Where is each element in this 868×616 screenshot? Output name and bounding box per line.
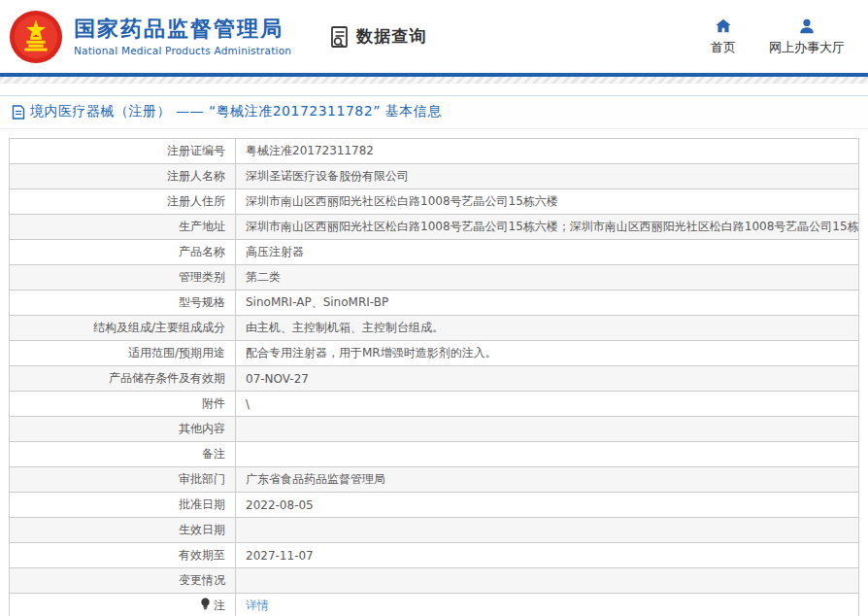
row-label: 有效期至 — [10, 543, 236, 568]
nav-home[interactable]: 首页 — [711, 17, 736, 56]
breadcrumb-text: 境内医疗器械（注册） —— “粤械注准20172311782” 基本信息 — [30, 103, 442, 120]
row-label-text: 变更情况 — [179, 573, 225, 587]
site-header: 国家药品监督管理局 National Medical Products Admi… — [0, 0, 868, 73]
details-link[interactable]: 详情 — [246, 599, 269, 612]
row-label-text: 生效日期 — [179, 523, 225, 536]
row-label: 生效日期 — [10, 518, 236, 543]
table-row: 注册人名称深圳圣诺医疗设备股份有限公司 — [10, 164, 859, 189]
row-value: 深圳市南山区西丽阳光社区松白路1008号艺晶公司15栋六楼 — [236, 189, 859, 215]
row-label: 审批部门 — [10, 467, 236, 493]
row-label-text: 注册人名称 — [167, 169, 225, 183]
table-row: 审批部门广东省食品药品监督管理局 — [10, 467, 859, 493]
breadcrumb: 境内医疗器械（注册） —— “粤械注准20172311782” 基本信息 — [0, 95, 868, 129]
row-label-text: 注册人住所 — [167, 194, 225, 208]
row-value: 第二类 — [236, 265, 859, 291]
row-value — [236, 518, 859, 543]
row-label: 注册证编号 — [10, 139, 236, 164]
row-label-text: 生产地址 — [179, 220, 225, 233]
row-label-text: 备注 — [202, 447, 225, 461]
row-label: 适用范围/预期用途 — [10, 341, 236, 366]
row-label-text: 适用范围/预期用途 — [128, 346, 225, 359]
home-icon — [715, 17, 732, 35]
row-label: 注 — [10, 594, 236, 616]
user-icon — [798, 17, 816, 35]
row-value: \ — [236, 392, 859, 417]
row-label-text: 注 — [214, 599, 225, 612]
table-row: 产品名称高压注射器 — [10, 240, 859, 265]
row-value: 2027-11-07 — [236, 543, 859, 568]
row-value: 2022-08-05 — [236, 493, 859, 518]
table-row: 结构及组成/主要组成成分由主机、主控制机箱、主控制台组成。 — [10, 316, 859, 341]
row-label-text: 批准日期 — [179, 497, 225, 511]
row-label: 产品名称 — [10, 240, 236, 265]
table-row: 注详情 — [10, 594, 859, 616]
document-icon — [12, 105, 25, 120]
row-value: 深圳市南山区西丽阳光社区松白路1008号艺晶公司15栋六楼；深圳市南山区西丽阳光… — [236, 215, 859, 240]
row-label-text: 型号规格 — [179, 295, 225, 309]
info-table-body: 注册证编号粤械注准20172311782注册人名称深圳圣诺医疗设备股份有限公司注… — [10, 139, 859, 616]
row-value: SinoMRI-AP、SinoMRI-BP — [236, 291, 859, 316]
table-row: 注册人住所深圳市南山区西丽阳光社区松白路1008号艺晶公司15栋六楼 — [10, 189, 859, 215]
table-row: 变更情况 — [10, 568, 859, 594]
table-row: 生产地址深圳市南山区西丽阳光社区松白路1008号艺晶公司15栋六楼；深圳市南山区… — [10, 215, 859, 240]
row-value — [236, 442, 859, 467]
row-label: 产品储存条件及有效期 — [10, 366, 236, 392]
bulb-icon — [200, 598, 211, 613]
row-label-text: 其他内容 — [179, 422, 225, 435]
row-label: 注册人住所 — [10, 189, 236, 215]
nav-home-label: 首页 — [711, 39, 736, 56]
row-label: 备注 — [10, 442, 236, 467]
row-value — [236, 568, 859, 594]
row-value: 由主机、主控制机箱、主控制台组成。 — [236, 316, 859, 341]
row-value: 配合专用注射器，用于MR增强时造影剂的注入。 — [236, 341, 859, 366]
row-label: 批准日期 — [10, 493, 236, 518]
table-row: 注册证编号粤械注准20172311782 — [10, 139, 859, 164]
row-label-text: 有效期至 — [179, 548, 225, 562]
table-row: 生效日期 — [10, 518, 859, 543]
data-query-link[interactable]: 数据查询 — [328, 25, 426, 49]
table-row: 管理类别第二类 — [10, 265, 859, 291]
row-label-text: 产品储存条件及有效期 — [109, 371, 225, 385]
row-label: 附件 — [10, 392, 236, 417]
data-query-icon — [328, 25, 351, 49]
national-emblem-logo — [8, 9, 64, 65]
table-row: 附件\ — [10, 392, 859, 417]
table-row: 批准日期2022-08-05 — [10, 493, 859, 518]
table-row: 型号规格SinoMRI-AP、SinoMRI-BP — [10, 291, 859, 316]
info-table: 注册证编号粤械注准20172311782注册人名称深圳圣诺医疗设备股份有限公司注… — [9, 138, 859, 616]
row-value: 广东省食品药品监督管理局 — [236, 467, 859, 493]
org-name-en: National Medical Products Administration — [74, 45, 291, 56]
nav-service-hall-label: 网上办事大厅 — [769, 39, 845, 56]
row-value: 深圳圣诺医疗设备股份有限公司 — [236, 164, 859, 189]
row-label: 变更情况 — [10, 568, 236, 594]
row-value — [236, 417, 859, 442]
row-label-text: 产品名称 — [179, 245, 225, 258]
row-label: 结构及组成/主要组成成分 — [10, 316, 236, 341]
row-label: 生产地址 — [10, 215, 236, 240]
brand-text: 国家药品监督管理局 National Medical Products Admi… — [74, 17, 291, 55]
row-label: 注册人名称 — [10, 164, 236, 189]
row-label: 其他内容 — [10, 417, 236, 442]
top-nav: 首页 网上办事大厅 — [711, 17, 845, 56]
org-name-cn: 国家药品监督管理局 — [74, 17, 291, 42]
row-label: 型号规格 — [10, 291, 236, 316]
row-value: 07-NOV-27 — [236, 366, 859, 392]
row-label-text: 管理类别 — [179, 270, 225, 284]
row-label-text: 结构及组成/主要组成成分 — [93, 321, 225, 334]
row-label: 管理类别 — [10, 265, 236, 291]
brand: 国家药品监督管理局 National Medical Products Admi… — [8, 9, 291, 65]
row-label-text: 审批部门 — [179, 472, 225, 486]
row-value: 粤械注准20172311782 — [236, 139, 859, 164]
row-label-text: 注册证编号 — [167, 144, 225, 157]
row-label-text: 附件 — [202, 396, 225, 410]
header-striped-band — [0, 77, 868, 84]
nav-service-hall[interactable]: 网上办事大厅 — [769, 17, 845, 56]
table-row: 产品储存条件及有效期07-NOV-27 — [10, 366, 859, 392]
table-row: 备注 — [10, 442, 859, 467]
data-query-label: 数据查询 — [356, 25, 426, 48]
table-row: 其他内容 — [10, 417, 859, 442]
row-value: 详情 — [236, 594, 859, 616]
table-row: 适用范围/预期用途配合专用注射器，用于MR增强时造影剂的注入。 — [10, 341, 859, 366]
table-row: 有效期至2027-11-07 — [10, 543, 859, 568]
row-value: 高压注射器 — [236, 240, 859, 265]
